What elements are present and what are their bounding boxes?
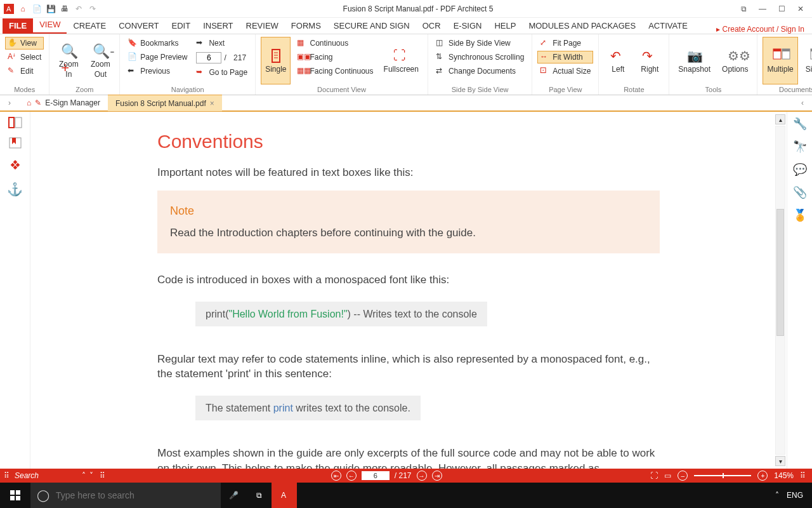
page-input[interactable] [196,52,221,64]
taskview-icon[interactable]: ⧉ [246,483,272,508]
search-dropdown-icon[interactable]: ⠿ [100,471,105,480]
tray-chevron-icon[interactable]: ˄ [775,491,779,500]
next-button[interactable]: ➡Next [193,37,250,50]
scroll-thumb[interactable] [776,209,784,336]
zoom-out-status-button[interactable]: – [678,471,688,481]
tab-modules[interactable]: MODULES AND PACKAGES [522,18,642,34]
single-doc-button[interactable]: Single [802,37,812,84]
mode-select-button[interactable]: AꜜSelect [5,51,44,64]
search-prev-icon[interactable]: ˄ [82,471,86,480]
fit-width-button[interactable]: ↔Fit Width [537,51,593,64]
find-binoculars-icon[interactable]: 🔭 [793,140,807,154]
rotate-right-button[interactable]: ↷Right [636,37,664,84]
snapshot-button[interactable]: 📷Snapshot [674,37,714,84]
tab-edit[interactable]: EDIT [166,18,197,34]
maximize-icon[interactable]: ☐ [776,4,787,13]
vertical-scrollbar[interactable]: ▴ ▾ [775,114,785,466]
status-search[interactable]: ˄ ˅ ⠿ [15,471,122,480]
tab-secure[interactable]: SECURE AND SIGN [327,18,416,34]
zoom-out-button[interactable]: 🔍-ZoomOut [86,37,114,84]
undo-icon[interactable]: ↶ [74,4,84,14]
view-facing-continuous-button[interactable]: ▦▦Facing Continuous [294,65,376,77]
restore-down-icon[interactable]: ⧉ [738,4,749,13]
signin-link[interactable]: Create Account / Sign In [716,25,804,34]
comment-icon[interactable]: 💬 [793,163,807,177]
fullscreen-button[interactable]: ⛶Fullscreen [380,37,422,84]
redo-icon[interactable]: ↷ [88,4,98,14]
next-page-button[interactable]: → [417,471,427,481]
view-single-button[interactable]: Single [261,37,291,84]
scroll-track[interactable] [775,126,785,455]
first-page-button[interactable]: ⇤ [331,471,341,481]
multiple-docs-button[interactable]: Multiple [763,37,797,84]
panel-expand-right[interactable]: ‹ [793,98,812,107]
fullscreen-status-icon[interactable]: ⛶ [650,471,658,480]
panel-expand-left[interactable]: › [0,98,19,107]
note-title: Note [170,204,647,218]
tab-create[interactable]: CREATE [67,18,112,34]
search-next-icon[interactable]: ˅ [89,471,93,480]
last-page-button[interactable]: ⇥ [432,471,442,481]
tab-help[interactable]: HELP [488,18,522,34]
tab-convert[interactable]: CONVERT [112,18,165,34]
zoom-slider[interactable] [694,475,751,476]
attach-icon[interactable]: 📎 [793,185,807,199]
mode-view-button[interactable]: ✋View [5,37,44,50]
save-icon[interactable]: 💾 [46,4,56,14]
tab-esign-manager[interactable]: ⌂✎E-Sign Manager [19,95,108,111]
page-preview-button[interactable]: 📄Page Preview [125,51,190,64]
side-by-side-button[interactable]: ◫Side By Side View [433,37,527,50]
status-search-input[interactable] [15,471,78,480]
sync-scroll-button[interactable]: ⇅Synchronous Scrolling [433,51,527,64]
taskbar-search-input[interactable] [56,490,167,500]
zoom-out-icon: 🔍- [93,43,108,58]
taskbar-search[interactable]: ◯ [30,483,221,508]
print-icon[interactable]: 🖶 [60,4,70,14]
tab-file[interactable]: FILE [3,18,33,34]
fit-status-icon[interactable]: ▭ [664,471,671,480]
start-button[interactable] [0,483,30,508]
taskbar-mic-icon[interactable]: 🎤 [221,483,246,508]
prev-page-button[interactable]: ← [346,471,357,481]
fit-page-button[interactable]: ⤢Fit Page [537,37,593,50]
bookmarks-panel-icon[interactable] [8,137,22,149]
badge-icon[interactable]: 🏅 [793,208,807,222]
tab-activate[interactable]: ACTIVATE [642,18,694,34]
tab-review[interactable]: REVIEW [240,18,285,34]
thumbnails-panel-icon[interactable] [8,117,22,128]
scroll-up-button[interactable]: ▴ [775,114,785,124]
scroll-down-button[interactable]: ▾ [775,456,785,466]
tools-wrench-icon[interactable]: 🔧 [793,117,807,131]
tray-lang[interactable]: ENG [787,491,803,500]
view-facing-button[interactable]: ▣▣Facing [294,51,376,64]
minimize-icon[interactable]: — [757,4,768,13]
tab-document[interactable]: Fusion 8 Script Manual.pdf× [108,95,222,111]
previous-button[interactable]: ⬅Previous [125,65,190,77]
actual-size-button[interactable]: ⚀Actual Size [537,65,593,77]
tab-esign[interactable]: E-SIGN [447,18,488,34]
home-icon[interactable]: ⌂ [18,4,28,14]
tab-insert[interactable]: INSERT [197,18,239,34]
options-button[interactable]: ⚙⚙Options [718,37,752,84]
close-icon[interactable]: ✕ [796,4,806,13]
zoom-in-button[interactable]: 🔍+ZoomIn [55,37,82,84]
goto-page-button[interactable]: ➥Go to Page [193,66,250,79]
open-icon[interactable]: 📄 [32,4,42,14]
tab-close-icon[interactable]: × [210,99,214,108]
tab-forms[interactable]: FORMS [285,18,327,34]
page-number-field[interactable]: / 217 [193,51,250,65]
bookmarks-button[interactable]: 🔖Bookmarks [125,37,190,50]
rotate-left-button[interactable]: ↶Left [604,37,632,84]
status-page-input[interactable] [362,471,390,480]
mode-edit-button[interactable]: ✎Edit [5,65,44,77]
taskbar-app-pdfarchitect[interactable]: A [272,483,297,508]
zoom-in-status-button[interactable]: + [757,471,768,481]
change-docs-button[interactable]: ⇄Change Documents [433,65,527,77]
anchor-panel-icon[interactable]: ⚓ [7,182,23,197]
zoom-percent[interactable]: 145% [774,471,794,480]
layers-panel-icon[interactable]: ❖ [10,157,21,173]
tab-view[interactable]: VIEW [33,17,67,34]
view-continuous-button[interactable]: ▦Continuous [294,37,376,50]
zoom-dropdown-icon[interactable]: ⠿ [800,471,806,480]
tab-ocr[interactable]: OCR [416,18,447,34]
